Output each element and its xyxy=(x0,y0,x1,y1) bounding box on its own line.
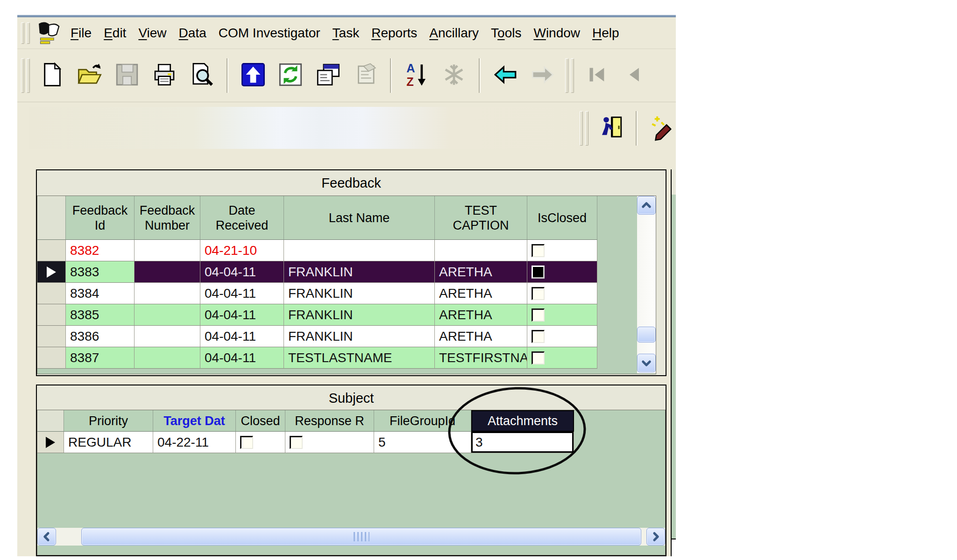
column-header-closed[interactable]: Closed xyxy=(236,410,285,432)
column-header-priority[interactable]: Priority xyxy=(64,410,153,432)
scroll-up-button[interactable] xyxy=(637,196,656,215)
column-header-filegroupid[interactable]: FileGroupId xyxy=(374,410,471,432)
menu-com-investigator[interactable]: COM Investigator xyxy=(213,26,326,41)
cell-date_received[interactable]: 04-21-10 xyxy=(200,240,284,261)
toolbar-grip[interactable] xyxy=(565,58,574,93)
toolbar-grip[interactable] xyxy=(21,58,30,93)
row-selector[interactable] xyxy=(37,326,66,347)
cell-last_name[interactable]: FRANKLIN xyxy=(284,261,435,283)
menu-file[interactable]: File xyxy=(64,26,98,41)
is-closed-checkbox[interactable] xyxy=(532,244,545,257)
cell-feedback_number[interactable] xyxy=(135,326,200,347)
menu-view[interactable]: View xyxy=(132,26,172,41)
horizontal-scroll-thumb[interactable] xyxy=(81,528,641,546)
print-preview-button[interactable] xyxy=(184,58,220,93)
column-header-attachments[interactable]: Attachments xyxy=(471,410,574,432)
is-closed-checkbox[interactable] xyxy=(532,287,545,300)
feedback-row-8387[interactable]: 838704-04-11TESTLASTNAMETESTFIRSTNAM xyxy=(37,347,656,369)
open-folder-button[interactable] xyxy=(72,58,107,93)
cell-feedback_id[interactable]: 8386 xyxy=(66,326,135,347)
upload-arrow-button[interactable] xyxy=(235,58,271,93)
cell-file-group-id[interactable]: 5 xyxy=(374,432,471,453)
cell-test_caption[interactable]: ARETHA xyxy=(435,261,527,283)
feedback-row-8386[interactable]: 838604-04-11FRANKLINARETHA xyxy=(37,326,656,347)
row-selector[interactable] xyxy=(37,432,64,453)
freeze-snowflake-button[interactable] xyxy=(436,58,472,93)
column-header-target-dat[interactable]: Target Dat xyxy=(153,410,236,432)
cell-date_received[interactable]: 04-04-11 xyxy=(200,261,284,283)
cell-feedback_number[interactable] xyxy=(135,261,200,283)
cell-feedback_id[interactable]: 8383 xyxy=(66,261,135,283)
first-record-button[interactable] xyxy=(579,58,614,93)
feedback-row-8383[interactable]: 838304-04-11FRANKLINARETHA xyxy=(37,261,656,283)
print-button[interactable] xyxy=(147,58,182,93)
cell-is-closed[interactable] xyxy=(527,304,597,326)
cell-is-closed[interactable] xyxy=(527,326,597,347)
cell-is-closed[interactable] xyxy=(527,347,597,369)
cell-is-closed[interactable] xyxy=(527,283,597,304)
previous-record-button[interactable] xyxy=(616,58,652,93)
cell-feedback_number[interactable] xyxy=(135,304,200,326)
cell-is-closed[interactable] xyxy=(527,261,597,283)
cell-attachments[interactable]: 3 xyxy=(471,432,574,453)
menu-tools[interactable]: Tools xyxy=(485,26,527,41)
cell-date_received[interactable]: 04-04-11 xyxy=(200,283,284,304)
right-toolbar-grip[interactable] xyxy=(580,111,588,146)
cell-feedback_id[interactable]: 8385 xyxy=(66,304,135,326)
column-header-test-caption[interactable]: TEST CAPTION xyxy=(435,196,527,240)
is-closed-checkbox[interactable] xyxy=(532,308,545,322)
row-selector[interactable] xyxy=(37,304,66,326)
row-selector[interactable] xyxy=(37,283,66,304)
scroll-left-button[interactable] xyxy=(37,528,56,546)
cell-priority[interactable]: REGULAR xyxy=(64,432,153,453)
feedback-row-8382[interactable]: 838204-21-10 xyxy=(37,240,656,261)
sort-az-button[interactable]: AZ xyxy=(399,58,434,93)
exit-door-button[interactable] xyxy=(593,111,629,146)
cell-date_received[interactable]: 04-04-11 xyxy=(200,304,284,326)
cell-last_name[interactable] xyxy=(284,240,435,261)
subject-horizontal-scrollbar[interactable] xyxy=(37,528,665,546)
properties-button[interactable] xyxy=(347,58,383,93)
column-header-response-r[interactable]: Response R xyxy=(285,410,374,432)
cell-closed[interactable] xyxy=(236,432,285,453)
cell-feedback_id[interactable]: 8384 xyxy=(66,283,135,304)
menu-reports[interactable]: Reports xyxy=(365,26,423,41)
cell-test_caption[interactable] xyxy=(435,240,527,261)
cell-test_caption[interactable]: TESTFIRSTNAM xyxy=(435,347,527,369)
cell-test_caption[interactable]: ARETHA xyxy=(435,326,527,347)
column-header-date-received[interactable]: Date Received xyxy=(200,196,284,240)
back-arrow-button[interactable] xyxy=(488,58,523,93)
cell-last_name[interactable]: FRANKLIN xyxy=(284,304,435,326)
scroll-right-button[interactable] xyxy=(646,528,665,546)
refresh-button[interactable] xyxy=(273,58,308,93)
cell-feedback_id[interactable]: 8382 xyxy=(66,240,135,261)
menu-edit[interactable]: Edit xyxy=(98,26,132,41)
menu-ancillary[interactable]: Ancillary xyxy=(423,26,485,41)
cell-feedback_number[interactable] xyxy=(135,347,200,369)
response-checkbox[interactable] xyxy=(290,436,303,449)
menu-data[interactable]: Data xyxy=(173,26,213,41)
forward-arrow-button[interactable] xyxy=(525,58,560,93)
closed-checkbox[interactable] xyxy=(240,436,253,449)
cell-last_name[interactable]: FRANKLIN xyxy=(284,326,435,347)
column-header-isclosed[interactable]: IsClosed xyxy=(527,196,597,240)
column-header-feedback-id[interactable]: Feedback Id xyxy=(66,196,135,240)
menu-help[interactable]: Help xyxy=(586,26,625,41)
feedback-row-8385[interactable]: 838504-04-11FRANKLINARETHA xyxy=(37,304,656,326)
column-header-last-name[interactable]: Last Name xyxy=(284,196,435,240)
is-closed-checkbox[interactable] xyxy=(532,266,545,279)
cell-last_name[interactable]: TESTLASTNAME xyxy=(284,347,435,369)
vertical-scroll-thumb[interactable] xyxy=(637,327,656,343)
scroll-down-button[interactable] xyxy=(637,354,656,372)
cell-target-date[interactable]: 04-22-11 xyxy=(153,432,236,453)
cell-feedback_number[interactable] xyxy=(135,283,200,304)
save-button[interactable] xyxy=(109,58,145,93)
feedback-vertical-scrollbar[interactable] xyxy=(637,196,656,373)
menu-grip[interactable] xyxy=(21,22,30,44)
cell-last_name[interactable]: FRANKLIN xyxy=(284,283,435,304)
menu-window[interactable]: Window xyxy=(527,26,586,41)
cell-response[interactable] xyxy=(285,432,374,453)
window-form-button[interactable] xyxy=(310,58,346,93)
is-closed-checkbox[interactable] xyxy=(532,330,545,343)
menu-task[interactable]: Task xyxy=(326,26,366,41)
